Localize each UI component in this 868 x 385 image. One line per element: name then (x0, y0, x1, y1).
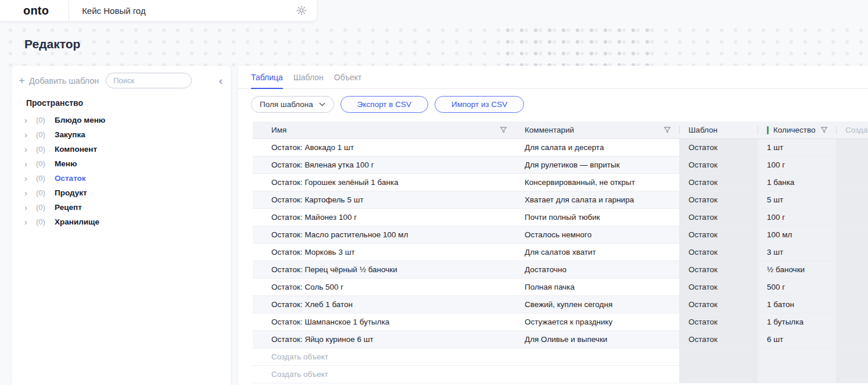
template-fields-button[interactable]: Поля шаблона (251, 96, 334, 113)
cell-quantity[interactable]: 3 шт (758, 244, 836, 261)
cell-created[interactable] (836, 279, 868, 295)
create-object-button[interactable]: Создать объект (253, 348, 515, 365)
chevron-right-icon[interactable]: › (24, 159, 36, 168)
cell-quantity[interactable]: 100 г (758, 156, 836, 173)
collapse-sidebar-icon[interactable]: ‹ (219, 75, 223, 86)
sidebar-item-zakupka[interactable]: › (0) Закупка (12, 127, 231, 142)
table-footer: Создать объект Создать объект (253, 348, 868, 383)
chevron-right-icon[interactable]: › (24, 174, 36, 183)
sidebar-item-blyudo-menyu[interactable]: › (0) Блюдо меню (12, 113, 231, 127)
cell-comment[interactable]: Для Оливье и выпечки (515, 331, 679, 348)
cell-comment[interactable]: Для салатов хватит (515, 244, 679, 261)
cell-created[interactable] (836, 313, 868, 330)
cell-comment[interactable]: Достаточно (515, 261, 679, 278)
column-header-name[interactable]: Имя (253, 122, 515, 138)
column-header-quantity[interactable]: Количество (758, 122, 836, 138)
cell-template[interactable]: Остаток (679, 331, 758, 348)
filter-icon[interactable] (500, 126, 507, 134)
cell-created[interactable] (836, 261, 868, 278)
column-header-comment[interactable]: Комментарий (515, 122, 679, 138)
cell-template[interactable]: Остаток (679, 209, 758, 226)
cell-name[interactable]: Остаток: Вяленая утка 100 г (253, 156, 515, 173)
cell-created[interactable] (836, 139, 868, 156)
chevron-right-icon[interactable]: › (24, 116, 36, 124)
app-logo[interactable]: onto (23, 4, 49, 17)
sidebar-item-menyu[interactable]: › (0) Меню (12, 156, 231, 171)
cell-quantity[interactable]: 5 шт (758, 191, 836, 208)
cell-comment[interactable]: Консервированный, не открыт (515, 174, 679, 191)
filter-icon[interactable] (663, 126, 671, 134)
cell-quantity[interactable]: 1 шт (758, 139, 836, 156)
cell-template[interactable]: Остаток (679, 174, 758, 191)
tab-table[interactable]: Таблица (251, 73, 283, 89)
chevron-right-icon[interactable]: › (24, 188, 36, 197)
cell-quantity[interactable]: 1 банка (758, 174, 836, 191)
cell-comment[interactable]: Свежий, куплен сегодня (515, 296, 679, 313)
cell-comment[interactable]: Для салата и десерта (515, 139, 679, 156)
cell-name[interactable]: Остаток: Майонез 100 г (253, 209, 515, 226)
sidebar-item-ostatok[interactable]: › (0) Остаток (12, 171, 231, 186)
cell-quantity[interactable]: 100 г (758, 209, 836, 226)
cell-comment[interactable]: Полная пачка (515, 279, 679, 295)
cell-quantity[interactable]: 1 бутылка (758, 313, 836, 330)
cell-created[interactable] (836, 174, 868, 191)
chevron-right-icon[interactable]: › (24, 130, 36, 139)
cell-template[interactable]: Остаток (679, 261, 758, 278)
cell-quantity[interactable]: 6 шт (758, 331, 836, 348)
cell-name[interactable]: Остаток: Картофель 5 шт (253, 191, 515, 208)
cell-name[interactable]: Остаток: Перец чёрный ½ баночки (253, 261, 515, 278)
sidebar-item-komponent[interactable]: › (0) Компонент (12, 142, 231, 156)
column-header-created[interactable]: Созда (836, 122, 868, 138)
cell-name[interactable]: Остаток: Яйцо куриное 6 шт (253, 331, 515, 348)
cell-created[interactable] (836, 156, 868, 173)
chevron-right-icon[interactable]: › (24, 145, 36, 154)
column-header-template[interactable]: Шаблон (679, 122, 758, 138)
cell-created[interactable] (836, 296, 868, 313)
filter-icon[interactable] (820, 126, 828, 134)
chevron-right-icon[interactable]: › (24, 203, 36, 212)
sidebar-item-produkt[interactable]: › (0) Продукт (12, 186, 231, 200)
settings-gear-icon[interactable] (296, 5, 307, 16)
cell-name[interactable]: Остаток: Соль 500 г (253, 279, 515, 295)
chevron-right-icon[interactable]: › (24, 218, 36, 226)
cell-template[interactable]: Остаток (679, 191, 758, 208)
cell-name[interactable]: Остаток: Шампанское 1 бутылка (253, 313, 515, 330)
cell-template[interactable]: Остаток (679, 296, 758, 313)
cell-name[interactable]: Остаток: Авокадо 1 шт (253, 139, 515, 156)
cell-comment[interactable]: Для рулетиков — впритык (515, 156, 679, 173)
import-csv-button[interactable]: Импорт из CSV (435, 96, 524, 113)
sidebar-item-retsept[interactable]: › (0) Рецепт (12, 200, 231, 215)
add-template-button[interactable]: + Добавить шаблон (19, 75, 99, 86)
cell-name[interactable]: Остаток: Горошек зелёный 1 банка (253, 174, 515, 191)
cell-name[interactable]: Остаток: Хлеб 1 батон (253, 296, 515, 313)
cell-template[interactable]: Остаток (679, 313, 758, 330)
tab-object[interactable]: Объект (334, 73, 362, 88)
cell-quantity[interactable]: 1 батон (758, 296, 836, 313)
cell-comment[interactable]: Почти полный тюбик (515, 209, 679, 226)
cell-name[interactable]: Остаток: Морковь 3 шт (253, 244, 515, 261)
export-csv-button[interactable]: Экспорт в CSV (340, 96, 428, 113)
tab-template[interactable]: Шаблон (293, 73, 324, 88)
cell-created[interactable] (836, 226, 868, 243)
cell-created[interactable] (836, 244, 868, 261)
cell-name[interactable]: Остаток: Масло растительное 100 мл (253, 226, 515, 243)
cell-comment[interactable]: Осталось немного (515, 226, 679, 243)
sidebar-item-khranilishche[interactable]: › (0) Хранилище (12, 215, 231, 229)
cell-template[interactable]: Остаток (679, 139, 758, 156)
cell-template[interactable]: Остаток (679, 244, 758, 261)
cell-comment[interactable]: Хватает для салата и гарнира (515, 191, 679, 208)
cell-comment[interactable]: Остужается к празднику (515, 313, 679, 330)
cell-created[interactable] (836, 331, 868, 348)
cell-created[interactable] (836, 209, 868, 226)
cell-quantity[interactable]: 500 г (758, 279, 836, 295)
cell-quantity[interactable]: 100 мл (758, 226, 836, 243)
cell-created[interactable] (836, 191, 868, 208)
table-row: Остаток: Майонез 100 г Почти полный тюби… (253, 209, 868, 226)
cell-template[interactable]: Остаток (679, 226, 758, 243)
create-object-button[interactable]: Создать объект (253, 366, 515, 383)
search-input[interactable] (106, 73, 192, 88)
item-count: (0) (36, 145, 55, 154)
cell-template[interactable]: Остаток (679, 279, 758, 295)
cell-template[interactable]: Остаток (679, 156, 758, 173)
cell-quantity[interactable]: ½ баночки (758, 261, 836, 278)
